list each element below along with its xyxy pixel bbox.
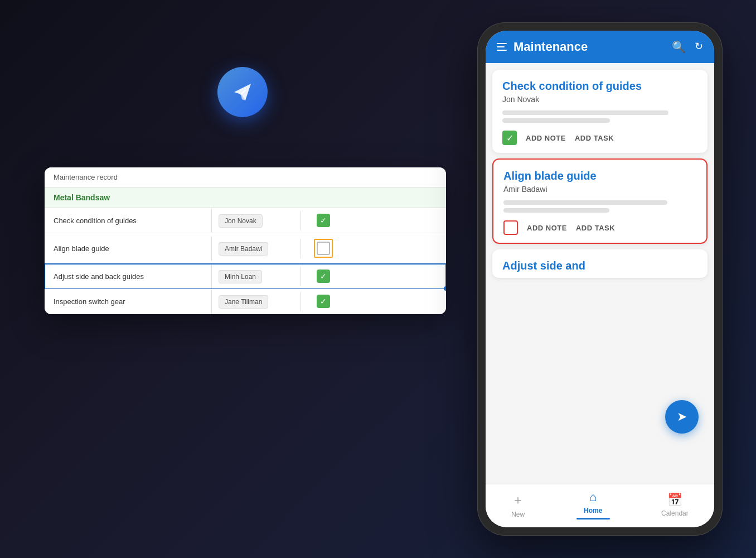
spreadsheet-title: Maintenance record [54, 173, 118, 181]
menu-line [497, 43, 507, 44]
unchecked-box [317, 242, 330, 255]
table-row: Adjust side and back guides Minh Loan ✓ [45, 264, 446, 289]
task-cell: Inspection switch gear [45, 290, 212, 314]
table-row: Align blade guide Amir Badawi [45, 233, 446, 264]
menu-line [497, 50, 507, 51]
line-full [502, 110, 668, 115]
empty-check-highlighted [314, 239, 333, 258]
header-icons: 🔍 ↻ [672, 40, 703, 54]
line-half [502, 118, 610, 123]
app-header: Maintenance 🔍 ↻ [486, 31, 714, 63]
task-card-3-partial[interactable]: Adjust side and [492, 249, 707, 278]
person-cell: Jon Novak [212, 211, 301, 230]
card-person: Amir Badawi [503, 185, 696, 194]
phone-screen: Maintenance 🔍 ↻ Check condition of guide… [486, 31, 714, 527]
task-checkbox-unchecked[interactable] [503, 220, 518, 235]
card-actions: ADD NOTE ADD TASK [503, 220, 696, 235]
person-badge: Jane Tillman [219, 295, 268, 309]
section-header-row: Metal Bandsaw [45, 187, 446, 208]
fab-arrow-icon: ➤ [677, 410, 687, 424]
card-person: Jon Novak [502, 95, 697, 104]
paper-plane-decoration [217, 67, 268, 117]
check-icon: ✓ [317, 214, 330, 227]
spreadsheet-title-row: Maintenance record [45, 167, 446, 187]
spreadsheet-panel: Maintenance record Metal Bandsaw Check c… [45, 167, 446, 314]
task-card-2[interactable]: Align blade guide Amir Badawi ADD NOTE A… [492, 158, 707, 244]
task-cell: Check condition of guides [45, 209, 212, 233]
section-label: Metal Bandsaw [54, 193, 110, 202]
header-left: Maintenance [497, 40, 588, 54]
check-icon: ✓ [317, 295, 330, 308]
table-row: Check condition of guides Jon Novak ✓ [45, 208, 446, 233]
nav-label-calendar: Calendar [661, 509, 689, 517]
menu-line [497, 46, 505, 47]
add-note-button[interactable]: ADD NOTE [526, 134, 566, 142]
plus-icon: ＋ [512, 492, 524, 508]
menu-icon[interactable] [497, 43, 507, 51]
calendar-icon: 📅 [667, 493, 682, 507]
phone-shell: Maintenance 🔍 ↻ Check condition of guide… [477, 22, 723, 536]
resize-handle[interactable] [444, 286, 446, 291]
card-lines [502, 110, 697, 123]
refresh-icon[interactable]: ↻ [695, 40, 703, 54]
table-row: Inspection switch gear Jane Tillman ✓ [45, 289, 446, 314]
check-icon: ✓ [317, 270, 330, 283]
line-half [503, 208, 609, 213]
bottom-nav: ＋ New ⌂ Home 📅 Calendar [486, 484, 714, 527]
card-title: Align blade guide [503, 170, 696, 182]
mobile-phone: Maintenance 🔍 ↻ Check condition of guide… [477, 22, 723, 536]
task-checkbox-checked[interactable]: ✓ [502, 131, 517, 145]
card-title-partial: Adjust side and [502, 259, 697, 272]
person-cell: Amir Badawi [212, 239, 301, 258]
person-badge: Jon Novak [219, 214, 263, 228]
check-cell: ✓ [301, 208, 346, 233]
add-task-button[interactable]: ADD TASK [575, 134, 614, 142]
nav-label-new: New [511, 511, 525, 518]
person-badge: Amir Badawi [219, 242, 268, 256]
person-cell: Minh Loan [212, 267, 301, 286]
check-cell [301, 233, 346, 263]
nav-item-new[interactable]: ＋ New [511, 492, 525, 518]
card-title: Check condition of guides [502, 80, 697, 93]
card-actions: ✓ ADD NOTE ADD TASK [502, 131, 697, 145]
nav-item-calendar[interactable]: 📅 Calendar [661, 493, 689, 517]
task-card-1[interactable]: Check condition of guides Jon Novak ✓ AD… [492, 70, 707, 153]
check-cell: ✓ [301, 289, 346, 314]
task-cell: Align blade guide [45, 237, 212, 261]
add-note-button[interactable]: ADD NOTE [527, 224, 567, 232]
nav-label-home: Home [584, 507, 602, 514]
person-badge: Minh Loan [219, 270, 262, 283]
line-full [503, 200, 667, 205]
task-cell: Adjust side and back guides [45, 264, 212, 288]
card-lines [503, 200, 696, 213]
fab-button[interactable]: ➤ [665, 400, 699, 434]
search-icon[interactable]: 🔍 [672, 40, 686, 54]
check-cell: ✓ [301, 264, 346, 288]
nav-item-home[interactable]: ⌂ Home [576, 490, 610, 519]
active-indicator [576, 518, 610, 519]
person-cell: Jane Tillman [212, 292, 301, 311]
home-icon: ⌂ [589, 490, 597, 504]
app-title: Maintenance [513, 40, 588, 54]
paper-plane-icon [217, 67, 268, 117]
add-task-button[interactable]: ADD TASK [576, 224, 615, 232]
